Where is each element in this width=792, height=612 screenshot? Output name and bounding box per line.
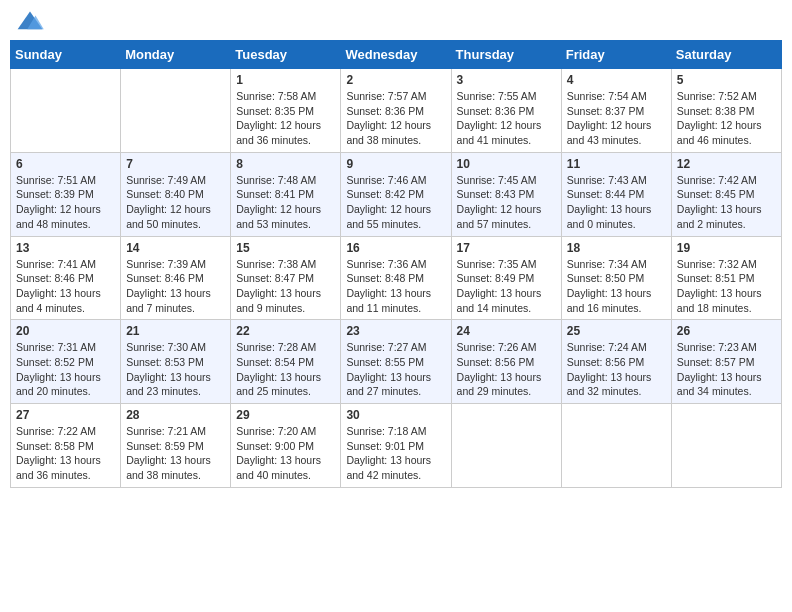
day-number: 1 [236,73,335,87]
day-info: Sunrise: 7:39 AM Sunset: 8:46 PM Dayligh… [126,257,225,316]
day-info: Sunrise: 7:54 AM Sunset: 8:37 PM Dayligh… [567,89,666,148]
day-info: Sunrise: 7:43 AM Sunset: 8:44 PM Dayligh… [567,173,666,232]
day-info: Sunrise: 7:22 AM Sunset: 8:58 PM Dayligh… [16,424,115,483]
day-info: Sunrise: 7:27 AM Sunset: 8:55 PM Dayligh… [346,340,445,399]
logo-icon [16,10,44,32]
weekday-header-thursday: Thursday [451,41,561,69]
day-info: Sunrise: 7:24 AM Sunset: 8:56 PM Dayligh… [567,340,666,399]
day-info: Sunrise: 7:35 AM Sunset: 8:49 PM Dayligh… [457,257,556,316]
day-number: 11 [567,157,666,171]
weekday-header-saturday: Saturday [671,41,781,69]
day-cell: 3Sunrise: 7:55 AM Sunset: 8:36 PM Daylig… [451,69,561,153]
day-info: Sunrise: 7:52 AM Sunset: 8:38 PM Dayligh… [677,89,776,148]
day-info: Sunrise: 7:51 AM Sunset: 8:39 PM Dayligh… [16,173,115,232]
day-cell: 22Sunrise: 7:28 AM Sunset: 8:54 PM Dayli… [231,320,341,404]
day-number: 3 [457,73,556,87]
day-info: Sunrise: 7:30 AM Sunset: 8:53 PM Dayligh… [126,340,225,399]
day-number: 6 [16,157,115,171]
day-cell: 18Sunrise: 7:34 AM Sunset: 8:50 PM Dayli… [561,236,671,320]
day-number: 25 [567,324,666,338]
day-cell: 13Sunrise: 7:41 AM Sunset: 8:46 PM Dayli… [11,236,121,320]
calendar-header: SundayMondayTuesdayWednesdayThursdayFrid… [11,41,782,69]
day-number: 9 [346,157,445,171]
day-info: Sunrise: 7:57 AM Sunset: 8:36 PM Dayligh… [346,89,445,148]
header [10,10,782,32]
day-cell: 5Sunrise: 7:52 AM Sunset: 8:38 PM Daylig… [671,69,781,153]
day-cell: 19Sunrise: 7:32 AM Sunset: 8:51 PM Dayli… [671,236,781,320]
day-number: 28 [126,408,225,422]
weekday-header-friday: Friday [561,41,671,69]
day-cell: 9Sunrise: 7:46 AM Sunset: 8:42 PM Daylig… [341,152,451,236]
day-number: 13 [16,241,115,255]
day-info: Sunrise: 7:58 AM Sunset: 8:35 PM Dayligh… [236,89,335,148]
day-cell: 12Sunrise: 7:42 AM Sunset: 8:45 PM Dayli… [671,152,781,236]
day-number: 20 [16,324,115,338]
day-info: Sunrise: 7:55 AM Sunset: 8:36 PM Dayligh… [457,89,556,148]
day-number: 16 [346,241,445,255]
day-number: 12 [677,157,776,171]
day-info: Sunrise: 7:31 AM Sunset: 8:52 PM Dayligh… [16,340,115,399]
day-cell: 4Sunrise: 7:54 AM Sunset: 8:37 PM Daylig… [561,69,671,153]
day-info: Sunrise: 7:41 AM Sunset: 8:46 PM Dayligh… [16,257,115,316]
day-info: Sunrise: 7:21 AM Sunset: 8:59 PM Dayligh… [126,424,225,483]
day-number: 2 [346,73,445,87]
day-cell: 25Sunrise: 7:24 AM Sunset: 8:56 PM Dayli… [561,320,671,404]
day-cell: 23Sunrise: 7:27 AM Sunset: 8:55 PM Dayli… [341,320,451,404]
day-cell: 14Sunrise: 7:39 AM Sunset: 8:46 PM Dayli… [121,236,231,320]
day-number: 4 [567,73,666,87]
day-number: 10 [457,157,556,171]
day-cell: 16Sunrise: 7:36 AM Sunset: 8:48 PM Dayli… [341,236,451,320]
calendar-table: SundayMondayTuesdayWednesdayThursdayFrid… [10,40,782,488]
day-cell [671,404,781,488]
day-number: 24 [457,324,556,338]
day-cell: 27Sunrise: 7:22 AM Sunset: 8:58 PM Dayli… [11,404,121,488]
day-info: Sunrise: 7:20 AM Sunset: 9:00 PM Dayligh… [236,424,335,483]
day-number: 26 [677,324,776,338]
calendar-body: 1Sunrise: 7:58 AM Sunset: 8:35 PM Daylig… [11,69,782,488]
day-info: Sunrise: 7:49 AM Sunset: 8:40 PM Dayligh… [126,173,225,232]
day-cell: 11Sunrise: 7:43 AM Sunset: 8:44 PM Dayli… [561,152,671,236]
weekday-header-wednesday: Wednesday [341,41,451,69]
day-number: 8 [236,157,335,171]
day-cell [561,404,671,488]
day-number: 23 [346,324,445,338]
day-info: Sunrise: 7:36 AM Sunset: 8:48 PM Dayligh… [346,257,445,316]
week-row-5: 27Sunrise: 7:22 AM Sunset: 8:58 PM Dayli… [11,404,782,488]
day-info: Sunrise: 7:45 AM Sunset: 8:43 PM Dayligh… [457,173,556,232]
day-number: 29 [236,408,335,422]
logo [14,10,48,32]
day-cell: 8Sunrise: 7:48 AM Sunset: 8:41 PM Daylig… [231,152,341,236]
day-cell: 7Sunrise: 7:49 AM Sunset: 8:40 PM Daylig… [121,152,231,236]
weekday-header-tuesday: Tuesday [231,41,341,69]
day-info: Sunrise: 7:32 AM Sunset: 8:51 PM Dayligh… [677,257,776,316]
day-number: 27 [16,408,115,422]
day-number: 21 [126,324,225,338]
day-number: 19 [677,241,776,255]
day-number: 7 [126,157,225,171]
day-cell: 10Sunrise: 7:45 AM Sunset: 8:43 PM Dayli… [451,152,561,236]
day-info: Sunrise: 7:18 AM Sunset: 9:01 PM Dayligh… [346,424,445,483]
day-cell: 2Sunrise: 7:57 AM Sunset: 8:36 PM Daylig… [341,69,451,153]
day-number: 18 [567,241,666,255]
week-row-2: 6Sunrise: 7:51 AM Sunset: 8:39 PM Daylig… [11,152,782,236]
day-cell [121,69,231,153]
day-cell: 21Sunrise: 7:30 AM Sunset: 8:53 PM Dayli… [121,320,231,404]
day-number: 15 [236,241,335,255]
week-row-3: 13Sunrise: 7:41 AM Sunset: 8:46 PM Dayli… [11,236,782,320]
day-info: Sunrise: 7:34 AM Sunset: 8:50 PM Dayligh… [567,257,666,316]
day-cell: 15Sunrise: 7:38 AM Sunset: 8:47 PM Dayli… [231,236,341,320]
day-number: 22 [236,324,335,338]
day-number: 14 [126,241,225,255]
day-cell: 28Sunrise: 7:21 AM Sunset: 8:59 PM Dayli… [121,404,231,488]
weekday-header-row: SundayMondayTuesdayWednesdayThursdayFrid… [11,41,782,69]
day-number: 17 [457,241,556,255]
day-number: 30 [346,408,445,422]
day-cell: 17Sunrise: 7:35 AM Sunset: 8:49 PM Dayli… [451,236,561,320]
day-info: Sunrise: 7:23 AM Sunset: 8:57 PM Dayligh… [677,340,776,399]
day-info: Sunrise: 7:38 AM Sunset: 8:47 PM Dayligh… [236,257,335,316]
day-cell: 20Sunrise: 7:31 AM Sunset: 8:52 PM Dayli… [11,320,121,404]
day-cell: 24Sunrise: 7:26 AM Sunset: 8:56 PM Dayli… [451,320,561,404]
day-cell: 1Sunrise: 7:58 AM Sunset: 8:35 PM Daylig… [231,69,341,153]
day-cell [11,69,121,153]
day-info: Sunrise: 7:26 AM Sunset: 8:56 PM Dayligh… [457,340,556,399]
